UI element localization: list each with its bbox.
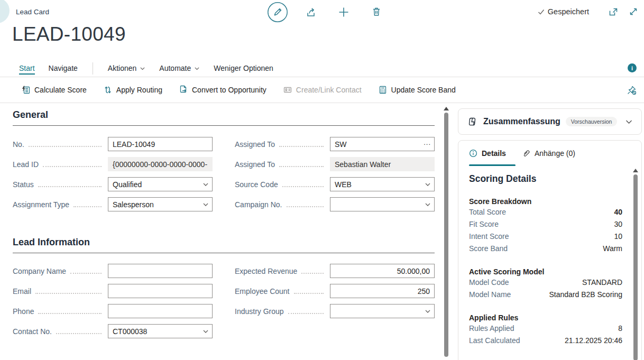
factbox-row: Model Code STANDARD: [469, 278, 622, 290]
field-no: No.: [13, 137, 213, 151]
field-label: Employee Count: [235, 287, 290, 296]
field-label: Campaign No.: [235, 200, 282, 209]
popout-icon[interactable]: [608, 7, 619, 17]
paperclip-icon: [522, 149, 530, 158]
chevron-down-icon[interactable]: [203, 181, 209, 188]
info-icon[interactable]: i: [628, 63, 637, 72]
delete-icon[interactable]: [371, 6, 382, 17]
employee-count-wrap: [330, 284, 435, 298]
copilot-summary-card: Zusammenfassung Vorschauversion: [458, 108, 642, 135]
scoring-details-title: Scoring Details: [469, 173, 622, 184]
dotted-leader: [29, 142, 102, 147]
field-expected-revenue: Expected Revenue: [235, 264, 435, 278]
menu-aktionen[interactable]: Aktionen: [108, 64, 145, 75]
chevron-down-icon[interactable]: [625, 118, 633, 126]
industry-group-select[interactable]: [330, 304, 435, 318]
assignment-type-select[interactable]: [108, 197, 213, 211]
menu-divider: [93, 62, 93, 75]
tab-details[interactable]: Details: [469, 149, 506, 163]
field-label: Phone: [13, 307, 34, 316]
factbox-scrollbar[interactable]: [632, 167, 639, 360]
scroll-thumb[interactable]: [444, 113, 448, 357]
dotted-leader: [279, 142, 324, 147]
chevron-down-icon[interactable]: [425, 308, 431, 315]
factbox-row: Fit Score 30: [469, 220, 622, 232]
dotted-leader: [288, 309, 324, 314]
factbox-row: Total Score 40: [469, 208, 622, 220]
chevron-down-icon[interactable]: [203, 328, 209, 335]
menu-weniger-optionen[interactable]: Weniger Optionen: [214, 64, 273, 75]
dotted-leader: [301, 269, 324, 274]
share-icon[interactable]: [305, 6, 317, 18]
main-scrollbar[interactable]: [443, 105, 450, 360]
add-icon[interactable]: [338, 6, 349, 18]
scroll-thumb[interactable]: [633, 174, 638, 360]
tab-navigate[interactable]: Navigate: [49, 64, 78, 75]
resize-icon[interactable]: [628, 6, 639, 17]
save-status: Gespeichert: [537, 7, 589, 16]
assigned-to-input[interactable]: [330, 137, 435, 151]
field-lead-id: Lead ID: [13, 157, 213, 171]
edit-icon[interactable]: [267, 2, 288, 23]
tab-attachments[interactable]: Anhänge (0): [522, 149, 575, 163]
company-name-input[interactable]: [108, 264, 213, 278]
ellipsis-assist-icon[interactable]: ...: [424, 139, 431, 146]
phone-input[interactable]: [108, 304, 213, 318]
details-info-icon: [469, 149, 477, 158]
scroll-up-arrow[interactable]: [444, 107, 449, 110]
source-code-select[interactable]: [330, 177, 435, 191]
apply-routing-button[interactable]: Apply Routing: [103, 85, 162, 95]
preview-badge: Vorschauversion: [566, 117, 618, 126]
tab-start[interactable]: Start: [19, 64, 35, 75]
page-title: LEAD-10049: [12, 23, 126, 45]
email-wrap: [108, 284, 213, 298]
employee-count-input[interactable]: [330, 284, 435, 298]
field-employee-count: Employee Count: [235, 284, 435, 298]
assignment-type-select-wrap: [108, 197, 213, 211]
field-label: Lead ID: [13, 160, 39, 169]
lead-card-page: Lead Card Gespeichert: [0, 0, 644, 360]
field-label: Contact No.: [13, 327, 52, 336]
dotted-leader: [56, 329, 102, 334]
dotted-leader: [35, 289, 102, 294]
expected-revenue-input[interactable]: [330, 264, 435, 278]
copilot-bubble[interactable]: [0, 0, 10, 23]
chevron-down-icon[interactable]: [425, 181, 431, 188]
dotted-leader: [294, 289, 324, 294]
applied-rules-group: Applied Rules Rules Applied 8 Last Calcu…: [469, 313, 622, 348]
factbox-row: Rules Applied 8: [469, 324, 622, 336]
factbox-row: Last Calculated 21.12.2025 20:46: [469, 336, 622, 348]
update-score-band-button[interactable]: Update Score Band: [378, 85, 456, 95]
email-input[interactable]: [108, 284, 213, 298]
chevron-down-icon[interactable]: [203, 201, 209, 208]
calculator-icon: [378, 85, 388, 95]
status-select[interactable]: [108, 177, 213, 191]
campaign-no-select[interactable]: [330, 197, 435, 211]
dotted-leader: [282, 182, 324, 187]
field-label: Assignment Type: [13, 200, 69, 209]
field-assignment-type: Assignment Type: [13, 197, 213, 211]
section-general[interactable]: General: [13, 109, 435, 126]
dotted-leader: [38, 182, 102, 187]
details-factbox-card: Details Anhänge (0) Scoring Details Scor…: [458, 140, 642, 360]
lead-id-input: [108, 157, 213, 171]
score-breakdown-group: Score Breakdown Total Score 40 Fit Score…: [469, 197, 622, 256]
field-contact-no: Contact No.: [13, 324, 213, 338]
calculate-score-button[interactable]: Calculate Score: [21, 85, 87, 95]
section-lead-information[interactable]: Lead Information: [13, 237, 435, 253]
chevron-down-icon[interactable]: [425, 201, 431, 208]
convert-to-opportunity-button[interactable]: Convert to Opportunity: [179, 85, 266, 95]
contact-no-select[interactable]: [108, 324, 213, 338]
scroll-up-arrow[interactable]: [633, 169, 638, 172]
action-bar: Calculate Score Apply Routing: [0, 77, 644, 103]
no-input[interactable]: [108, 137, 213, 151]
field-source-code: Source Code: [235, 177, 435, 191]
expected-revenue-wrap: [330, 264, 435, 278]
dotted-leader: [43, 162, 102, 167]
field-industry-group: Industry Group: [235, 304, 435, 318]
menu-automate[interactable]: Automate: [159, 64, 200, 75]
assigned-to-input-wrap: ...: [330, 137, 435, 151]
unpin-icon[interactable]: [627, 85, 637, 95]
company-name-wrap: [108, 264, 213, 278]
factbox-row: Model Name Standard B2B Scoring: [469, 290, 622, 302]
